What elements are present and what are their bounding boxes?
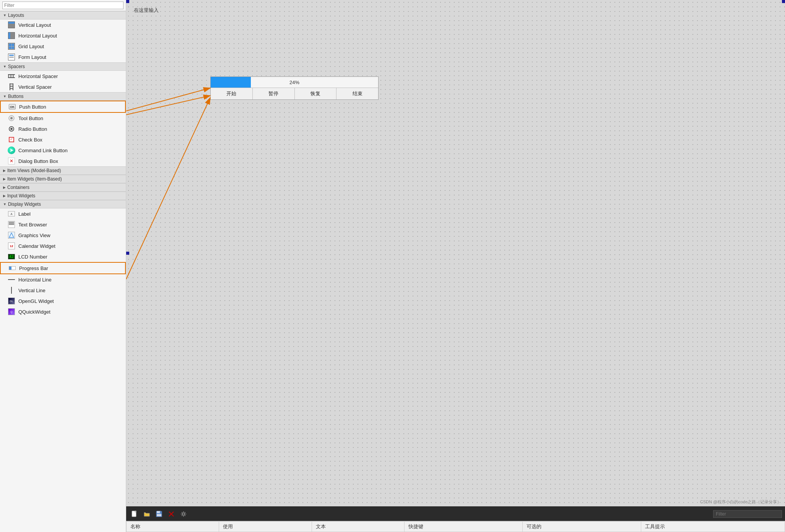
layouts-label: Layouts <box>8 13 24 18</box>
filter-input[interactable] <box>2 2 124 9</box>
push-button-label: Push Button <box>19 104 46 110</box>
sidebar-item-horizontal-layout[interactable]: Horizontal Layout <box>0 30 126 41</box>
canvas-buttons-row: 开始 暂停 恢复 结束 <box>211 88 378 99</box>
toolbar-save[interactable] <box>154 509 164 519</box>
svg-point-12 <box>182 513 185 515</box>
section-spacers[interactable]: ▼ Spacers <box>0 62 126 71</box>
bottom-toolbar <box>126 506 785 521</box>
sidebar-item-calendar-widget[interactable]: 12 Calendar Widget <box>0 241 126 251</box>
col-shortcut: 快捷键 <box>404 522 522 532</box>
sidebar-item-form-layout[interactable]: Form Layout <box>0 52 126 62</box>
sidebar-scroll: ▼ Layouts Vertical Layout Horizontal Lay… <box>0 11 126 532</box>
col-tooltip: 工具提示 <box>641 522 785 532</box>
sidebar-item-lcd-number[interactable]: 42 LCD Number <box>0 251 126 262</box>
canvas-area: 在这里输入 24% 开始 暂停 恢复 结束 <box>126 0 785 506</box>
hline-icon <box>8 276 15 283</box>
input-widgets-arrow: ▶ <box>3 194 6 198</box>
spacers-label: Spacers <box>8 64 25 69</box>
section-layouts[interactable]: ▼ Layouts <box>0 11 126 20</box>
display-widgets-arrow: ▼ <box>3 202 7 206</box>
grid-layout-label: Grid Layout <box>18 44 44 49</box>
toolbar-filter-area <box>713 510 782 518</box>
sidebar-item-horizontal-spacer[interactable]: Horizontal Spacer <box>0 71 126 81</box>
sidebar-item-progress-bar[interactable]: Progress Bar <box>0 262 126 274</box>
toolbar-open[interactable] <box>141 509 152 519</box>
arrows-svg <box>126 0 785 506</box>
horizontal-spacer-label: Horizontal Spacer <box>18 73 58 79</box>
btn-start[interactable]: 开始 <box>211 88 253 99</box>
item-views-label: Item Views (Model-Based) <box>7 168 61 173</box>
label-icon: A <box>8 210 15 218</box>
sidebar-item-tool-button[interactable]: Tool Button <box>0 113 126 124</box>
sidebar-item-command-link[interactable]: ➤ Command Link Button <box>0 145 126 156</box>
dialog-btn-icon <box>8 157 15 165</box>
filter-bar <box>0 0 126 11</box>
svg-rect-8 <box>157 514 161 516</box>
sidebar-item-vertical-spacer[interactable]: Vertical Spacer <box>0 81 126 92</box>
radio-button-label: Radio Button <box>18 126 47 132</box>
check-box-label: Check Box <box>18 137 42 143</box>
sidebar-item-grid-layout[interactable]: Grid Layout <box>0 41 126 52</box>
layouts-arrow: ▼ <box>3 13 7 17</box>
section-buttons[interactable]: ▼ Buttons <box>0 92 126 101</box>
qquick-icon: Q <box>8 308 15 316</box>
sidebar-item-vertical-layout[interactable]: Vertical Layout <box>0 20 126 30</box>
vspacer-icon <box>8 83 15 91</box>
sidebar-item-check-box[interactable]: Check Box <box>0 134 126 145</box>
sidebar-item-text-browser[interactable]: Text Browser <box>0 219 126 230</box>
sidebar-item-radio-button[interactable]: Radio Button <box>0 124 126 134</box>
svg-rect-5 <box>135 511 136 512</box>
sidebar-item-opengl[interactable]: GL OpenGL Widget <box>0 296 126 306</box>
horizontal-line-label: Horizontal Line <box>18 277 52 283</box>
radio-icon <box>8 125 15 133</box>
main-container: ▼ Layouts Vertical Layout Horizontal Lay… <box>0 0 785 532</box>
section-input-widgets[interactable]: ▶ Input Widgets <box>0 192 126 200</box>
toolbar-filter-input[interactable] <box>713 510 782 518</box>
containers-arrow: ▶ <box>3 185 6 189</box>
vertical-spacer-label: Vertical Spacer <box>18 84 52 90</box>
dialog-btn-label: Dialog Button Box <box>18 158 58 164</box>
horizontal-layout-label: Horizontal Layout <box>18 33 57 39</box>
vertical-layout-icon <box>8 21 15 29</box>
horizontal-layout-icon <box>8 32 15 39</box>
checkbox-icon <box>8 136 15 143</box>
graphics-view-icon <box>8 231 15 239</box>
sidebar-item-label[interactable]: A Label <box>0 208 126 219</box>
toolbar-new[interactable] <box>129 509 140 519</box>
calendar-widget-label: Calendar Widget <box>18 243 55 249</box>
text-browser-icon <box>8 221 15 228</box>
cmd-link-icon: ➤ <box>8 146 15 154</box>
svg-point-1 <box>10 117 13 119</box>
item-widgets-label: Item Widgets (Item-Based) <box>7 176 62 182</box>
section-display-widgets[interactable]: ▼ Display Widgets <box>0 200 126 208</box>
sidebar-item-qquick[interactable]: Q QQuickWidget <box>0 306 126 317</box>
containers-label: Containers <box>7 185 29 190</box>
sidebar-item-dialog-btn[interactable]: Dialog Button Box <box>0 156 126 166</box>
handle-top-left <box>126 0 129 3</box>
form-layout-icon <box>8 53 15 61</box>
btn-pause[interactable]: 暂停 <box>253 88 295 99</box>
command-link-label: Command Link Button <box>18 148 68 153</box>
opengl-icon: GL <box>8 297 15 305</box>
sidebar-item-graphics-view[interactable]: Graphics View <box>0 230 126 241</box>
progress-fill-area: 24% <box>211 77 378 88</box>
lcd-number-label: LCD Number <box>18 254 47 260</box>
section-containers[interactable]: ▶ Containers <box>0 183 126 192</box>
section-item-widgets[interactable]: ▶ Item Widgets (Item-Based) <box>0 175 126 183</box>
push-btn-icon: OK <box>8 103 16 111</box>
sidebar-item-vertical-line[interactable]: Vertical Line <box>0 285 126 296</box>
toolbar-settings[interactable] <box>178 509 189 519</box>
progress-bar-label: Progress Bar <box>19 265 48 271</box>
sidebar-item-push-button[interactable]: OK Push Button <box>0 101 126 113</box>
tool-btn-icon <box>8 114 15 122</box>
section-item-views[interactable]: ▶ Item Views (Model-Based) <box>0 166 126 175</box>
item-widgets-arrow: ▶ <box>3 177 6 181</box>
sidebar: ▼ Layouts Vertical Layout Horizontal Lay… <box>0 0 126 532</box>
progress-bar-row: 24% <box>211 77 378 88</box>
btn-resume[interactable]: 恢复 <box>295 88 337 99</box>
btn-end[interactable]: 结束 <box>336 88 378 99</box>
toolbar-delete[interactable] <box>166 509 177 519</box>
sidebar-item-horizontal-line[interactable]: Horizontal Line <box>0 274 126 285</box>
svg-marker-2 <box>9 233 14 238</box>
calendar-icon: 12 <box>8 242 15 250</box>
